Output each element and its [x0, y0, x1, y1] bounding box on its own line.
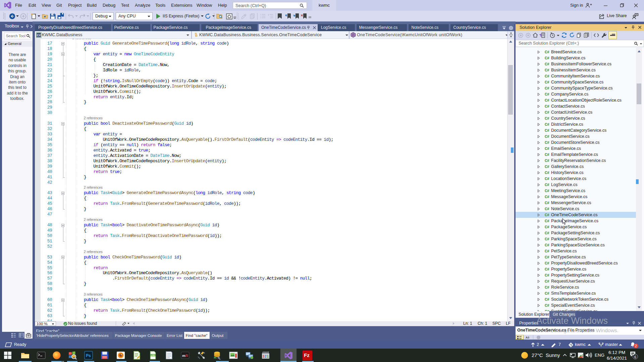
- svg-text:3: 3: [263, 355, 265, 358]
- svg-text:A: A: [526, 336, 528, 339]
- svg-text:LITE: LITE: [151, 354, 155, 356]
- svg-text:C#: C#: [37, 34, 41, 37]
- svg-text:2: 2: [265, 355, 267, 358]
- svg-text:R: R: [185, 354, 188, 358]
- svg-text:Ps: Ps: [86, 353, 91, 358]
- svg-text:m: m: [182, 354, 185, 358]
- svg-text:1: 1: [267, 355, 269, 358]
